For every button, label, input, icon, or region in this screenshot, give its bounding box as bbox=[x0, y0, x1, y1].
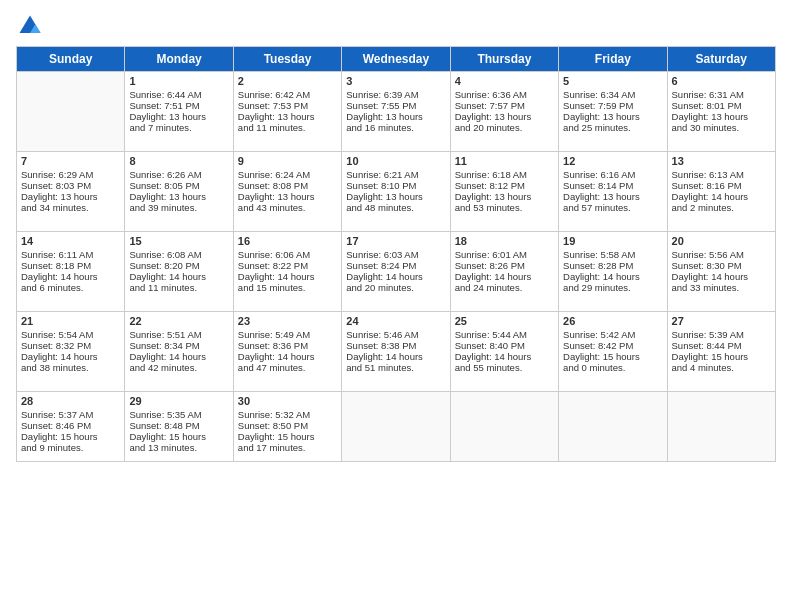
day-info: Daylight: 14 hours bbox=[563, 271, 662, 282]
calendar-cell: 29Sunrise: 5:35 AMSunset: 8:48 PMDayligh… bbox=[125, 392, 233, 462]
day-info: Sunrise: 6:34 AM bbox=[563, 89, 662, 100]
header-row: SundayMondayTuesdayWednesdayThursdayFrid… bbox=[17, 47, 776, 72]
day-header-tuesday: Tuesday bbox=[233, 47, 341, 72]
day-number: 17 bbox=[346, 235, 445, 247]
day-info: Sunrise: 5:51 AM bbox=[129, 329, 228, 340]
calendar-cell: 14Sunrise: 6:11 AMSunset: 8:18 PMDayligh… bbox=[17, 232, 125, 312]
day-info: Sunrise: 5:56 AM bbox=[672, 249, 771, 260]
day-info: and 20 minutes. bbox=[455, 122, 554, 133]
day-info: and 24 minutes. bbox=[455, 282, 554, 293]
day-info: Daylight: 13 hours bbox=[455, 191, 554, 202]
calendar-cell: 28Sunrise: 5:37 AMSunset: 8:46 PMDayligh… bbox=[17, 392, 125, 462]
calendar-cell: 5Sunrise: 6:34 AMSunset: 7:59 PMDaylight… bbox=[559, 72, 667, 152]
day-info: and 11 minutes. bbox=[129, 282, 228, 293]
day-info: Sunset: 8:16 PM bbox=[672, 180, 771, 191]
day-number: 16 bbox=[238, 235, 337, 247]
calendar-cell: 25Sunrise: 5:44 AMSunset: 8:40 PMDayligh… bbox=[450, 312, 558, 392]
day-number: 28 bbox=[21, 395, 120, 407]
day-info: and 20 minutes. bbox=[346, 282, 445, 293]
day-info: Daylight: 13 hours bbox=[563, 191, 662, 202]
day-number: 22 bbox=[129, 315, 228, 327]
day-info: Daylight: 15 hours bbox=[672, 351, 771, 362]
day-info: Sunrise: 5:32 AM bbox=[238, 409, 337, 420]
day-info: Sunrise: 6:13 AM bbox=[672, 169, 771, 180]
day-number: 2 bbox=[238, 75, 337, 87]
week-row-5: 28Sunrise: 5:37 AMSunset: 8:46 PMDayligh… bbox=[17, 392, 776, 462]
calendar-cell: 21Sunrise: 5:54 AMSunset: 8:32 PMDayligh… bbox=[17, 312, 125, 392]
calendar-cell bbox=[667, 392, 775, 462]
day-info: and 17 minutes. bbox=[238, 442, 337, 453]
day-info: Daylight: 13 hours bbox=[238, 191, 337, 202]
calendar-cell: 12Sunrise: 6:16 AMSunset: 8:14 PMDayligh… bbox=[559, 152, 667, 232]
day-info: Sunrise: 5:35 AM bbox=[129, 409, 228, 420]
day-info: Sunset: 8:46 PM bbox=[21, 420, 120, 431]
day-info: Sunset: 8:44 PM bbox=[672, 340, 771, 351]
day-info: Sunset: 8:12 PM bbox=[455, 180, 554, 191]
day-number: 24 bbox=[346, 315, 445, 327]
day-info: Daylight: 13 hours bbox=[346, 191, 445, 202]
day-header-sunday: Sunday bbox=[17, 47, 125, 72]
day-info: Sunset: 8:50 PM bbox=[238, 420, 337, 431]
day-info: and 25 minutes. bbox=[563, 122, 662, 133]
day-header-friday: Friday bbox=[559, 47, 667, 72]
day-info: Daylight: 13 hours bbox=[455, 111, 554, 122]
day-info: Daylight: 14 hours bbox=[672, 271, 771, 282]
day-info: and 11 minutes. bbox=[238, 122, 337, 133]
day-info: Daylight: 14 hours bbox=[672, 191, 771, 202]
day-info: Sunset: 7:59 PM bbox=[563, 100, 662, 111]
day-info: and 29 minutes. bbox=[563, 282, 662, 293]
day-info: and 6 minutes. bbox=[21, 282, 120, 293]
day-header-monday: Monday bbox=[125, 47, 233, 72]
day-info: Sunset: 8:20 PM bbox=[129, 260, 228, 271]
calendar-cell: 19Sunrise: 5:58 AMSunset: 8:28 PMDayligh… bbox=[559, 232, 667, 312]
day-info: Sunset: 7:57 PM bbox=[455, 100, 554, 111]
calendar-cell: 26Sunrise: 5:42 AMSunset: 8:42 PMDayligh… bbox=[559, 312, 667, 392]
day-number: 20 bbox=[672, 235, 771, 247]
day-info: Daylight: 13 hours bbox=[238, 111, 337, 122]
day-number: 29 bbox=[129, 395, 228, 407]
day-info: and 57 minutes. bbox=[563, 202, 662, 213]
day-info: Sunset: 8:26 PM bbox=[455, 260, 554, 271]
day-info: Daylight: 13 hours bbox=[129, 111, 228, 122]
day-info: Sunset: 7:53 PM bbox=[238, 100, 337, 111]
day-number: 3 bbox=[346, 75, 445, 87]
day-info: Sunset: 8:14 PM bbox=[563, 180, 662, 191]
day-number: 1 bbox=[129, 75, 228, 87]
day-header-wednesday: Wednesday bbox=[342, 47, 450, 72]
day-info: and 15 minutes. bbox=[238, 282, 337, 293]
day-info: Sunrise: 6:26 AM bbox=[129, 169, 228, 180]
calendar-cell: 22Sunrise: 5:51 AMSunset: 8:34 PMDayligh… bbox=[125, 312, 233, 392]
day-info: Sunrise: 5:46 AM bbox=[346, 329, 445, 340]
calendar-cell: 17Sunrise: 6:03 AMSunset: 8:24 PMDayligh… bbox=[342, 232, 450, 312]
calendar-cell: 27Sunrise: 5:39 AMSunset: 8:44 PMDayligh… bbox=[667, 312, 775, 392]
day-info: Sunrise: 6:16 AM bbox=[563, 169, 662, 180]
calendar-cell bbox=[342, 392, 450, 462]
day-info: Sunset: 8:48 PM bbox=[129, 420, 228, 431]
calendar-cell: 24Sunrise: 5:46 AMSunset: 8:38 PMDayligh… bbox=[342, 312, 450, 392]
day-number: 14 bbox=[21, 235, 120, 247]
day-info: Sunset: 8:36 PM bbox=[238, 340, 337, 351]
calendar-cell: 2Sunrise: 6:42 AMSunset: 7:53 PMDaylight… bbox=[233, 72, 341, 152]
day-info: Daylight: 14 hours bbox=[129, 271, 228, 282]
day-number: 15 bbox=[129, 235, 228, 247]
day-info: Sunrise: 5:54 AM bbox=[21, 329, 120, 340]
day-info: Daylight: 13 hours bbox=[129, 191, 228, 202]
day-info: and 2 minutes. bbox=[672, 202, 771, 213]
calendar-page: SundayMondayTuesdayWednesdayThursdayFrid… bbox=[0, 0, 792, 612]
day-info: Sunset: 8:34 PM bbox=[129, 340, 228, 351]
day-info: Sunset: 7:55 PM bbox=[346, 100, 445, 111]
day-info: and 39 minutes. bbox=[129, 202, 228, 213]
day-number: 11 bbox=[455, 155, 554, 167]
day-info: Sunrise: 5:49 AM bbox=[238, 329, 337, 340]
day-info: Sunrise: 6:44 AM bbox=[129, 89, 228, 100]
week-row-3: 14Sunrise: 6:11 AMSunset: 8:18 PMDayligh… bbox=[17, 232, 776, 312]
day-info: Daylight: 15 hours bbox=[563, 351, 662, 362]
day-info: Daylight: 15 hours bbox=[21, 431, 120, 442]
day-info: Sunrise: 6:42 AM bbox=[238, 89, 337, 100]
day-info: and 42 minutes. bbox=[129, 362, 228, 373]
day-number: 10 bbox=[346, 155, 445, 167]
day-info: Sunset: 8:03 PM bbox=[21, 180, 120, 191]
day-info: Sunset: 8:42 PM bbox=[563, 340, 662, 351]
day-info: Sunrise: 6:24 AM bbox=[238, 169, 337, 180]
day-number: 7 bbox=[21, 155, 120, 167]
